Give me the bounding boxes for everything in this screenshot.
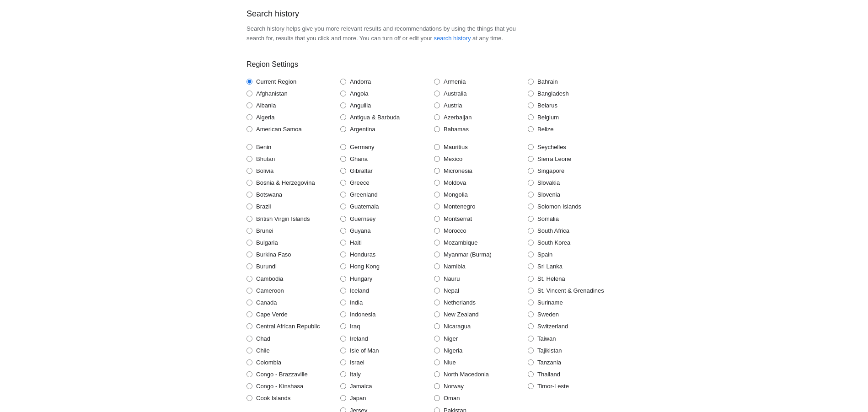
region-radio[interactable] — [434, 300, 440, 305]
list-item[interactable]: Morocco — [434, 225, 528, 237]
list-item[interactable]: Mauritius — [434, 141, 528, 153]
region-radio[interactable] — [246, 216, 252, 222]
list-item[interactable]: Australia — [434, 88, 528, 100]
list-item[interactable]: Jamaica — [340, 380, 434, 392]
region-radio[interactable] — [340, 79, 346, 85]
list-item[interactable]: Seychelles — [528, 141, 622, 153]
region-radio[interactable] — [246, 371, 252, 377]
region-radio[interactable] — [434, 102, 440, 108]
region-radio[interactable] — [528, 336, 534, 342]
list-item[interactable]: Belarus — [528, 100, 622, 112]
region-radio[interactable] — [528, 323, 534, 329]
list-item[interactable]: Montenegro — [434, 201, 528, 213]
region-radio[interactable] — [246, 228, 252, 234]
region-radio[interactable] — [340, 203, 346, 209]
region-radio[interactable] — [434, 359, 440, 365]
list-item[interactable]: Mongolia — [434, 189, 528, 201]
region-radio[interactable] — [528, 383, 534, 389]
region-radio[interactable] — [528, 288, 534, 294]
list-item[interactable]: Current Region — [246, 76, 340, 88]
list-item[interactable]: Namibia — [434, 261, 528, 273]
list-item[interactable]: Antigua & Barbuda — [340, 112, 434, 123]
list-item[interactable]: Suriname — [528, 297, 622, 309]
list-item[interactable]: St. Helena — [528, 273, 622, 285]
list-item[interactable]: Switzerland — [528, 321, 622, 332]
region-radio[interactable] — [434, 276, 440, 282]
region-radio[interactable] — [340, 114, 346, 120]
list-item[interactable]: Congo - Brazzaville — [246, 369, 340, 380]
list-item[interactable]: Sierra Leone — [528, 153, 622, 165]
region-radio[interactable] — [528, 311, 534, 317]
region-radio[interactable] — [340, 102, 346, 108]
list-item[interactable]: Myanmar (Burma) — [434, 249, 528, 261]
list-item[interactable]: Jersey — [340, 405, 434, 412]
list-item[interactable]: Central African Republic — [246, 321, 340, 332]
list-item[interactable]: Solomon Islands — [528, 201, 622, 213]
region-radio[interactable] — [528, 79, 534, 85]
list-item[interactable]: India — [340, 297, 434, 309]
search-history-link[interactable]: search history — [434, 35, 471, 42]
list-item[interactable]: Cape Verde — [246, 309, 340, 321]
region-radio[interactable] — [246, 91, 252, 96]
list-item[interactable]: Nigeria — [434, 345, 528, 357]
list-item[interactable]: British Virgin Islands — [246, 213, 340, 225]
region-radio[interactable] — [246, 126, 252, 132]
region-radio[interactable] — [340, 156, 346, 162]
region-radio[interactable] — [246, 336, 252, 342]
list-item[interactable]: Canada — [246, 297, 340, 309]
list-item[interactable]: Colombia — [246, 357, 340, 369]
list-item[interactable]: North Macedonia — [434, 369, 528, 380]
region-radio[interactable] — [434, 91, 440, 96]
region-radio[interactable] — [434, 126, 440, 132]
region-radio[interactable] — [434, 156, 440, 162]
region-radio[interactable] — [434, 395, 440, 401]
list-item[interactable]: Pakistan — [434, 405, 528, 412]
list-item[interactable]: Thailand — [528, 369, 622, 380]
list-item[interactable]: Norway — [434, 380, 528, 392]
list-item[interactable]: Nauru — [434, 273, 528, 285]
region-radio[interactable] — [434, 371, 440, 377]
region-radio[interactable] — [340, 192, 346, 198]
region-radio[interactable] — [434, 144, 440, 150]
region-radio[interactable] — [246, 300, 252, 305]
region-radio[interactable] — [434, 336, 440, 342]
region-radio[interactable] — [528, 156, 534, 162]
region-radio[interactable] — [246, 240, 252, 246]
list-item[interactable]: Italy — [340, 369, 434, 380]
list-item[interactable]: Bhutan — [246, 153, 340, 165]
region-radio[interactable] — [434, 180, 440, 186]
region-radio[interactable] — [528, 180, 534, 186]
list-item[interactable]: Iceland — [340, 285, 434, 297]
region-radio[interactable] — [528, 251, 534, 257]
region-radio[interactable] — [434, 311, 440, 317]
region-radio[interactable] — [340, 126, 346, 132]
region-radio[interactable] — [246, 156, 252, 162]
region-radio[interactable] — [528, 91, 534, 96]
region-radio[interactable] — [528, 359, 534, 365]
region-radio[interactable] — [340, 240, 346, 246]
list-item[interactable]: Armenia — [434, 76, 528, 88]
list-item[interactable]: Cameroon — [246, 285, 340, 297]
region-radio[interactable] — [340, 144, 346, 150]
list-item[interactable]: Bulgaria — [246, 237, 340, 249]
list-item[interactable]: Afghanistan — [246, 88, 340, 100]
list-item[interactable]: Argentina — [340, 123, 434, 135]
list-item[interactable]: Albania — [246, 100, 340, 112]
region-radio[interactable] — [246, 79, 252, 85]
list-item[interactable]: Cambodia — [246, 273, 340, 285]
region-radio[interactable] — [246, 323, 252, 329]
list-item[interactable]: Isle of Man — [340, 345, 434, 357]
region-radio[interactable] — [528, 114, 534, 120]
region-radio[interactable] — [246, 348, 252, 353]
region-radio[interactable] — [246, 102, 252, 108]
region-radio[interactable] — [434, 228, 440, 234]
region-radio[interactable] — [340, 180, 346, 186]
list-item[interactable]: Moldova — [434, 177, 528, 189]
region-radio[interactable] — [340, 263, 346, 269]
list-item[interactable]: Benin — [246, 141, 340, 153]
region-radio[interactable] — [434, 79, 440, 85]
region-radio[interactable] — [340, 323, 346, 329]
region-radio[interactable] — [528, 371, 534, 377]
region-radio[interactable] — [340, 383, 346, 389]
region-radio[interactable] — [528, 228, 534, 234]
